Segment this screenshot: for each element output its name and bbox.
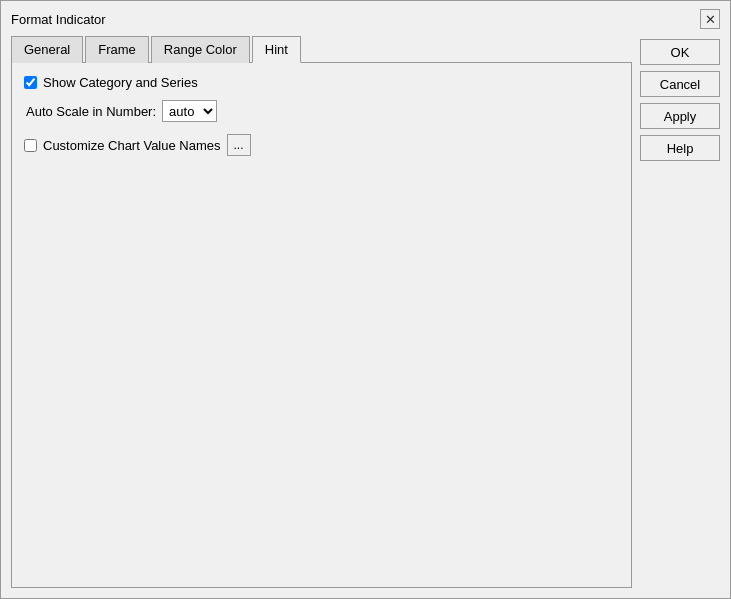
autoscale-select[interactable]: auto none K M xyxy=(162,100,217,122)
customize-chart-checkbox[interactable] xyxy=(24,139,37,152)
ok-button[interactable]: OK xyxy=(640,39,720,65)
tab-frame[interactable]: Frame xyxy=(85,36,149,63)
tab-hint[interactable]: Hint xyxy=(252,36,301,63)
show-category-checkbox[interactable] xyxy=(24,76,37,89)
customize-chart-label[interactable]: Customize Chart Value Names xyxy=(43,138,221,153)
autoscale-row: Auto Scale in Number: auto none K M xyxy=(24,100,619,122)
tab-content-hint: Show Category and Series Auto Scale in N… xyxy=(11,63,632,588)
tab-general[interactable]: General xyxy=(11,36,83,63)
customize-row: Customize Chart Value Names ... xyxy=(24,134,619,156)
apply-button[interactable]: Apply xyxy=(640,103,720,129)
help-button[interactable]: Help xyxy=(640,135,720,161)
main-area: General Frame Range Color Hint Show Cate… xyxy=(11,35,632,588)
close-button[interactable]: ✕ xyxy=(700,9,720,29)
close-icon: ✕ xyxy=(705,12,716,27)
tab-range-color[interactable]: Range Color xyxy=(151,36,250,63)
tab-bar: General Frame Range Color Hint xyxy=(11,35,632,63)
side-buttons: OK Cancel Apply Help xyxy=(640,35,720,588)
show-category-row: Show Category and Series xyxy=(24,75,619,90)
dialog-body: General Frame Range Color Hint Show Cate… xyxy=(1,35,730,598)
autoscale-label: Auto Scale in Number: xyxy=(26,104,156,119)
ellipsis-button[interactable]: ... xyxy=(227,134,251,156)
cancel-button[interactable]: Cancel xyxy=(640,71,720,97)
format-indicator-dialog: Format Indicator ✕ General Frame Range C… xyxy=(0,0,731,599)
dialog-title: Format Indicator xyxy=(11,12,106,27)
title-bar: Format Indicator ✕ xyxy=(1,1,730,35)
show-category-label[interactable]: Show Category and Series xyxy=(43,75,198,90)
